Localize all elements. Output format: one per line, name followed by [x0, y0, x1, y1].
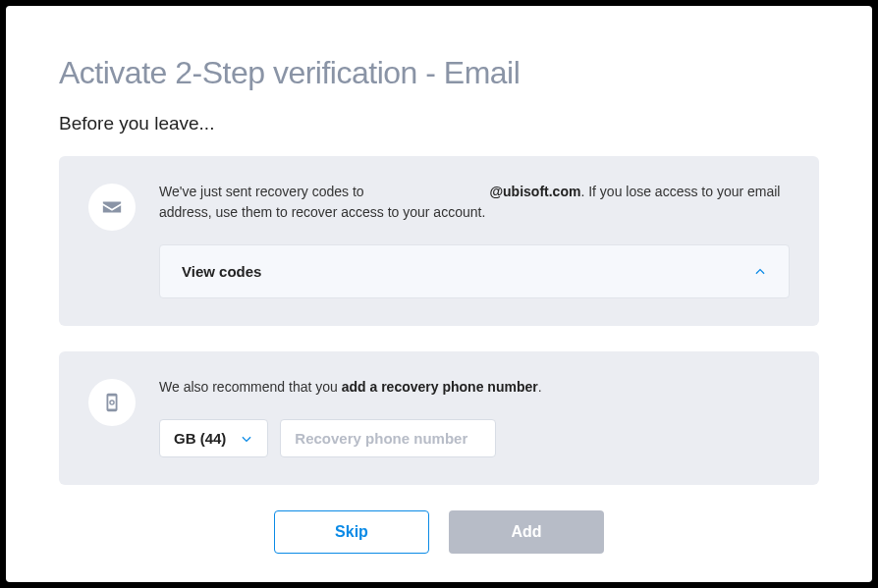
two-step-verification-dialog: Activate 2-Step verification - Email Bef…: [6, 6, 872, 582]
dialog-subtitle: Before you leave...: [59, 113, 819, 134]
mail-icon: [88, 184, 136, 231]
recovery-phone-bold: add a recovery phone number: [342, 379, 538, 395]
phone-icon: [88, 379, 136, 426]
recovery-codes-text: We've just sent recovery codes to @ubiso…: [159, 182, 790, 223]
recovery-codes-email-domain: @ubisoft.com: [489, 184, 580, 199]
recovery-phone-panel: We also recommend that you add a recover…: [59, 351, 819, 485]
recovery-codes-panel: We've just sent recovery codes to @ubiso…: [59, 156, 819, 326]
country-code-select[interactable]: GB (44): [159, 419, 268, 457]
recovery-phone-body: We also recommend that you add a recover…: [159, 377, 790, 457]
phone-input-row: GB (44): [159, 419, 790, 457]
country-code-label: GB (44): [174, 430, 226, 447]
chevron-down-icon: [240, 432, 253, 446]
recovery-codes-body: We've just sent recovery codes to @ubiso…: [159, 182, 790, 298]
view-codes-toggle[interactable]: View codes: [159, 244, 790, 298]
dialog-footer: Skip Add: [59, 510, 819, 554]
recovery-phone-text-post: .: [538, 379, 542, 395]
dialog-title: Activate 2-Step verification - Email: [59, 55, 819, 91]
skip-button[interactable]: Skip: [274, 510, 429, 554]
recovery-phone-input[interactable]: [280, 419, 496, 457]
chevron-up-icon: [753, 265, 767, 279]
recovery-phone-text-pre: We also recommend that you: [159, 379, 342, 395]
view-codes-label: View codes: [182, 263, 261, 280]
recovery-codes-text-pre: We've just sent recovery codes to: [159, 184, 368, 199]
recovery-phone-text: We also recommend that you add a recover…: [159, 377, 790, 398]
add-button[interactable]: Add: [449, 510, 604, 554]
